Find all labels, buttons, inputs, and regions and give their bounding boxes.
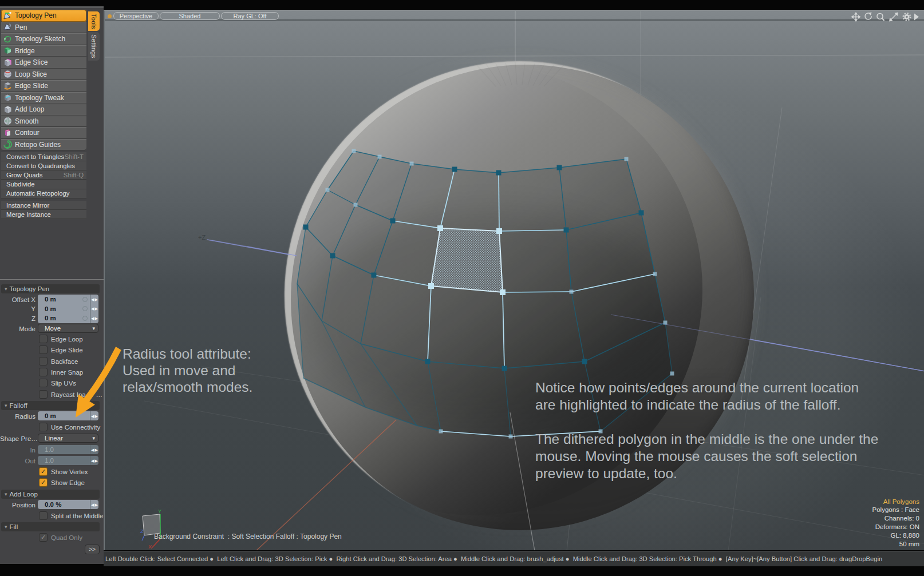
svg-text:+Z: +Z: [198, 234, 206, 241]
svg-text:Y: Y: [158, 509, 161, 514]
svg-text:x: x: [631, 180, 634, 186]
svg-text:Z: Z: [140, 529, 144, 534]
svg-text:X: X: [148, 544, 152, 550]
